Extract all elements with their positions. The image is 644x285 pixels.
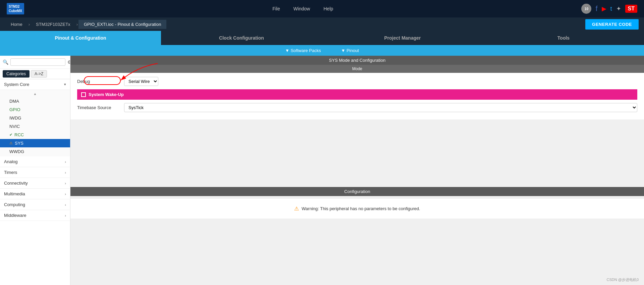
warning-row: ⚠ Warning: This peripheral has no parame… <box>70 199 644 219</box>
network-icon[interactable]: ✦ <box>616 5 621 12</box>
facebook-icon[interactable]: f <box>595 4 597 13</box>
warning-icon: ⚠ <box>9 141 13 145</box>
content-area: SYS Mode and Configuration Mode Debug Se… <box>70 56 644 285</box>
sidebar-item-iwdg[interactable]: IWDG <box>0 114 70 122</box>
sidebar-tabs: Categories A->Z <box>0 69 70 79</box>
twitter-icon[interactable]: t <box>610 5 612 12</box>
mode-section: Debug Serial Wire <box>70 73 644 120</box>
tab-pinout-configuration[interactable]: Pinout & Configuration <box>0 31 161 45</box>
breadcrumb-current[interactable]: GPIO_EXTI.ioc - Pinout & Configuration <box>78 20 167 29</box>
sidebar-section-header-timers[interactable]: Timers › <box>0 167 70 178</box>
wake-up-row: System Wake-Up <box>77 89 637 100</box>
youtube-icon[interactable]: ▶ <box>602 5 606 12</box>
tab-tools[interactable]: Tools <box>483 31 644 45</box>
warning-triangle-icon: ⚠ <box>294 205 299 212</box>
check-icon: ✔ <box>9 133 12 137</box>
content-inner: SYS Mode and Configuration Mode Debug Se… <box>70 56 644 219</box>
search-input[interactable] <box>10 58 65 66</box>
search-icon[interactable]: 🔍 <box>3 59 8 65</box>
chevron-right-icon: › <box>65 213 66 218</box>
breadcrumb-bar: Home › STM32F103ZETx › GPIO_EXTI.ioc - P… <box>0 17 644 31</box>
generate-code-button[interactable]: GENERATE CODE <box>585 19 639 30</box>
timebase-row: Timebase Source SysTick <box>77 103 637 112</box>
sidebar-section-header-system-core[interactable]: System Core ▾ <box>0 79 70 90</box>
chevron-right-icon: › <box>65 192 66 196</box>
timebase-label: Timebase Source <box>77 105 121 110</box>
warning-text: Warning: This peripheral has no paramete… <box>302 206 420 211</box>
breadcrumb-arrow-1: › <box>29 22 30 27</box>
sidebar-section-header-multimedia[interactable]: Multimedia › <box>0 189 70 199</box>
sidebar-item-sys[interactable]: ⚠ SYS <box>0 139 70 147</box>
chevron-right-icon: › <box>65 203 66 207</box>
content-title-bar: SYS Mode and Configuration <box>70 56 644 65</box>
sidebar-system-core-items: ▲ DMA GPIO IWDG NVIC ✔ RCC ⚠ <box>0 90 70 156</box>
wake-up-label: System Wake-Up <box>89 92 124 97</box>
sidebar-section-analog: Analog › <box>0 156 70 167</box>
sidebar-section-computing: Computing › <box>0 199 70 210</box>
top-navbar: STM32 CubeMX File Window Help 10 f ▶ t ✦… <box>0 0 644 17</box>
nav-right: 10 f ▶ t ✦ ST <box>581 4 637 14</box>
gear-icon[interactable]: ⚙ <box>67 59 70 65</box>
sidebar-item-gpio[interactable]: GPIO <box>0 105 70 114</box>
sidebar-item-nvic[interactable]: NVIC <box>0 122 70 131</box>
logo-area: STM32 CubeMX <box>7 3 24 14</box>
sidebar-item-wwdg[interactable]: WWDG <box>0 147 70 156</box>
sidebar-item-rcc[interactable]: ✔ RCC <box>0 131 70 139</box>
sub-tab-software-packs[interactable]: ▼ Software Packs <box>285 48 321 53</box>
breadcrumb-home[interactable]: Home <box>5 20 28 29</box>
chevron-right-icon: › <box>65 160 66 164</box>
st-logo: ST <box>625 5 637 13</box>
logo-box: STM32 CubeMX <box>7 3 24 14</box>
debug-select[interactable]: Serial Wire <box>124 77 158 86</box>
nav-menu: File Window Help <box>38 6 568 11</box>
breadcrumb-arrow-2: › <box>76 22 78 27</box>
tab-bar: Pinout & Configuration Clock Configurati… <box>0 31 644 45</box>
nav-window[interactable]: Window <box>293 6 310 11</box>
sidebar-section-header-middleware[interactable]: Middleware › <box>0 210 70 221</box>
config-section: ⚠ Warning: This peripheral has no parame… <box>70 199 644 219</box>
tab-categories[interactable]: Categories <box>3 70 30 78</box>
sidebar-section-header-analog[interactable]: Analog › <box>0 156 70 167</box>
sub-tab-pinout[interactable]: ▼ Pinout <box>341 48 359 53</box>
sub-tab-bar: ▼ Software Packs ▼ Pinout <box>0 45 644 56</box>
sidebar-section-header-connectivity[interactable]: Connectivity › <box>0 178 70 189</box>
sidebar-section-header-computing[interactable]: Computing › <box>0 199 70 210</box>
tab-clock-configuration[interactable]: Clock Configuration <box>161 31 322 45</box>
nav-file[interactable]: File <box>272 6 280 11</box>
nav-help[interactable]: Help <box>323 6 333 11</box>
breadcrumb-device[interactable]: STM32F103ZETx <box>31 20 76 29</box>
tab-az[interactable]: A->Z <box>31 70 47 78</box>
sidebar-search-bar: 🔍 ⚙ <box>0 56 70 69</box>
chevron-down-icon: ▾ <box>64 82 66 87</box>
watermark: CSDN @步进电机0 <box>606 277 639 282</box>
sidebar-section-system-core: System Core ▾ ▲ DMA GPIO IWDG NVIC ✔ <box>0 79 70 156</box>
sidebar-item-dma[interactable]: DMA <box>0 97 70 105</box>
chevron-right-icon: › <box>65 181 66 185</box>
version-icon: 10 <box>581 4 591 14</box>
timebase-select[interactable]: SysTick <box>124 103 637 112</box>
chevron-right-icon: › <box>65 171 66 175</box>
sidebar-section-middleware: Middleware › <box>0 210 70 221</box>
wake-up-checkbox[interactable] <box>81 92 86 97</box>
sidebar-section-connectivity: Connectivity › <box>0 178 70 189</box>
debug-row: Debug Serial Wire <box>77 77 637 86</box>
sidebar-section-multimedia: Multimedia › <box>0 189 70 199</box>
config-header-bar: Configuration <box>70 187 644 196</box>
main-layout: 🔍 ⚙ Categories A->Z System Core ▾ ▲ DMA … <box>0 56 644 285</box>
debug-label: Debug <box>77 79 121 84</box>
sidebar-section-timers: Timers › <box>0 167 70 178</box>
sidebar: 🔍 ⚙ Categories A->Z System Core ▾ ▲ DMA … <box>0 56 70 285</box>
mode-header-bar: Mode <box>70 65 644 73</box>
scroll-up-indicator: ▲ <box>0 91 70 97</box>
tab-project-manager[interactable]: Project Manager <box>322 31 483 45</box>
